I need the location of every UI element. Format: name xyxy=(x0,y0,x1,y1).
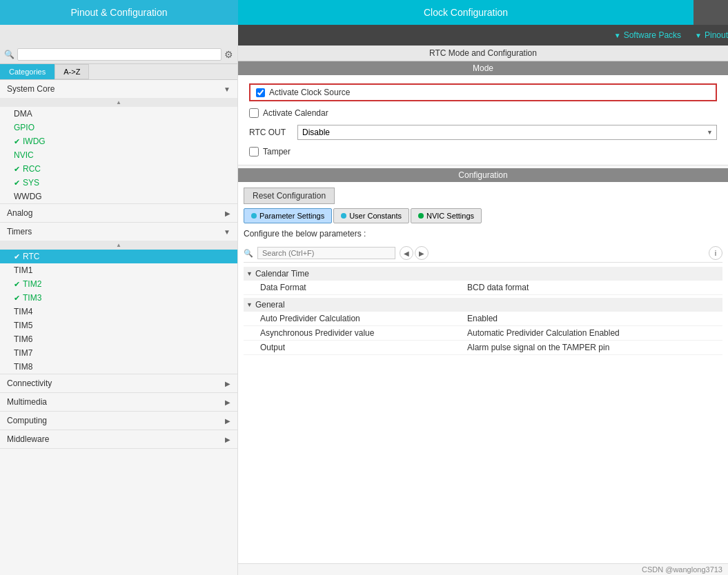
tab-dot xyxy=(418,213,424,219)
tab-az[interactable]: A->Z xyxy=(55,64,89,79)
activate-calendar-row: Activate Calendar xyxy=(249,108,717,118)
chevron-icon: ▶ xyxy=(225,417,230,425)
sidebar-section-middleware: Middleware▶ xyxy=(0,430,237,449)
config-area: Configuration Reset Configuration Parame… xyxy=(238,165,728,563)
rtc-out-row: RTC OUT DisableEnable xyxy=(249,125,717,140)
header-right xyxy=(693,0,728,25)
software-packs-label: Software Packs xyxy=(624,30,681,40)
config-tab-nvic-settings[interactable]: NVIC Settings xyxy=(411,208,482,223)
sidebar-section-header[interactable]: Computing▶ xyxy=(0,412,237,430)
tamper-checkbox[interactable] xyxy=(249,147,259,157)
mode-content: Activate Clock Source Activate Calendar … xyxy=(238,75,728,165)
chevron-icon: ▶ xyxy=(225,380,230,387)
tab-categories[interactable]: Categories xyxy=(0,64,55,79)
config-tab-user-constants[interactable]: User Constants xyxy=(333,208,409,223)
param-row: Asynchronous Predivider valueAutomatic P… xyxy=(244,326,722,341)
mode-section: Mode Activate Clock Source Activate Cale… xyxy=(238,61,728,165)
param-group-calendar-time: ▼Calendar TimeData FormatBCD data format xyxy=(244,267,722,295)
sidebar-item-tim4[interactable]: TIM4 xyxy=(0,305,237,319)
scroll-up-indicator-timers: ▲ xyxy=(0,241,237,250)
configure-text: Configure the below parameters : xyxy=(244,228,722,240)
sidebar-content: System Core▼▲DMAGPIO✔IWDGNVIC✔RCC✔SYSWWD… xyxy=(0,80,237,575)
right-content: RTC Mode and Configuration Mode Activate… xyxy=(238,46,728,575)
rtc-out-select-wrapper: DisableEnable xyxy=(297,125,717,140)
sidebar-item-rtc[interactable]: ✔RTC xyxy=(0,250,237,263)
param-group-header[interactable]: ▼Calendar Time xyxy=(244,267,722,281)
tab-dot xyxy=(341,213,346,219)
sidebar: 🔍 ⚙ Categories A->Z System Core▼▲DMAGPIO… xyxy=(0,46,238,575)
rtc-out-label: RTC OUT xyxy=(249,128,291,137)
sidebar-item-wwdg[interactable]: WWDG xyxy=(0,190,237,203)
software-packs-btn[interactable]: ▼ Software Packs xyxy=(614,30,681,40)
sidebar-item-tim8[interactable]: TIM8 xyxy=(0,360,237,374)
check-icon: ✔ xyxy=(14,179,20,188)
activate-calendar-label: Activate Calendar xyxy=(263,108,328,118)
sidebar-section-connectivity: Connectivity▶ xyxy=(0,374,237,393)
sidebar-section-header[interactable]: Analog▶ xyxy=(0,204,237,222)
sidebar-item-iwdg[interactable]: ✔IWDG xyxy=(0,134,237,148)
sidebar-tabs: Categories A->Z xyxy=(0,64,237,80)
search-icon: 🔍 xyxy=(4,50,14,59)
search-input[interactable] xyxy=(17,48,222,61)
sidebar-item-rcc[interactable]: ✔RCC xyxy=(0,162,237,176)
gear-icon[interactable]: ⚙ xyxy=(224,49,233,60)
chevron-icon: ▼ xyxy=(224,228,230,236)
chevron-icon: ▶ xyxy=(225,436,230,443)
rtc-mode-title: RTC Mode and Configuration xyxy=(238,46,728,61)
chevron-down-icon: ▼ xyxy=(614,32,621,39)
sidebar-item-tim2[interactable]: ✔TIM2 xyxy=(0,277,237,291)
sidebar-section-multimedia: Multimedia▶ xyxy=(0,393,237,412)
sidebar-section-header[interactable]: Middleware▶ xyxy=(0,430,237,448)
param-table: ▼Calendar TimeData FormatBCD data format… xyxy=(244,267,722,558)
sidebar-section-header[interactable]: Timers▼ xyxy=(0,223,237,241)
config-section-header: Configuration xyxy=(238,168,728,182)
sidebar-item-tim3[interactable]: ✔TIM3 xyxy=(0,291,237,305)
check-icon: ✔ xyxy=(14,137,20,146)
chevron-icon: ▶ xyxy=(225,399,230,406)
param-search-input[interactable] xyxy=(257,247,395,259)
sidebar-section-header[interactable]: Connectivity▶ xyxy=(0,374,237,392)
rtc-out-select[interactable]: DisableEnable xyxy=(297,125,717,140)
sidebar-item-tim1[interactable]: TIM1 xyxy=(0,263,237,277)
param-group-header[interactable]: ▼General xyxy=(244,298,722,312)
footer: CSDN @wanglong3713 xyxy=(238,563,728,575)
search-prev-button[interactable]: ◀ xyxy=(400,246,413,260)
sidebar-section-system-core: System Core▼▲DMAGPIO✔IWDGNVIC✔RCC✔SYSWWD… xyxy=(0,80,237,204)
sidebar-item-tim5[interactable]: TIM5 xyxy=(0,319,237,332)
reset-configuration-button[interactable]: Reset Configuration xyxy=(244,188,335,204)
check-icon: ✔ xyxy=(14,294,20,303)
sub-header-left xyxy=(0,25,238,46)
mode-header: Mode xyxy=(238,61,728,75)
param-info-button[interactable]: i xyxy=(709,246,722,260)
sidebar-section-header[interactable]: System Core▼ xyxy=(0,80,237,98)
sub-header-right: ▼ Software Packs ▼ Pinout xyxy=(238,25,728,46)
pinout-btn[interactable]: ▼ Pinout xyxy=(695,30,728,40)
sidebar-item-sys[interactable]: ✔SYS xyxy=(0,176,237,190)
config-tab-parameter-settings[interactable]: Parameter Settings xyxy=(244,208,332,223)
sidebar-item-gpio[interactable]: GPIO xyxy=(0,121,237,134)
param-row: Data FormatBCD data format xyxy=(244,281,722,295)
scroll-up-indicator: ▲ xyxy=(0,98,237,107)
sidebar-item-tim6[interactable]: TIM6 xyxy=(0,332,237,346)
sidebar-item-nvic[interactable]: NVIC xyxy=(0,148,237,162)
sidebar-section-computing: Computing▶ xyxy=(0,412,237,430)
header-clock: Clock Configuration xyxy=(238,0,693,25)
sidebar-item-tim7[interactable]: TIM7 xyxy=(0,346,237,360)
clock-label: Clock Configuration xyxy=(424,7,508,18)
sidebar-section-header[interactable]: Multimedia▶ xyxy=(0,393,237,411)
activate-calendar-checkbox[interactable] xyxy=(249,108,259,118)
check-icon: ✔ xyxy=(14,280,20,289)
config-tabs: Parameter SettingsUser ConstantsNVIC Set… xyxy=(244,208,722,223)
check-icon: ✔ xyxy=(14,165,20,174)
sidebar-item-dma[interactable]: DMA xyxy=(0,107,237,121)
activate-clock-source-label: Activate Clock Source xyxy=(269,88,350,97)
chevron-down-icon: ▼ xyxy=(695,32,702,39)
activate-clock-source-checkbox[interactable] xyxy=(256,88,265,97)
param-row: Auto Predivider CalculationEnabled xyxy=(244,312,722,326)
pinout-btn-label: Pinout xyxy=(705,30,728,40)
chevron-down-icon: ▼ xyxy=(246,301,253,308)
search-next-button[interactable]: ▶ xyxy=(415,246,429,260)
config-content: Reset Configuration Parameter SettingsUs… xyxy=(238,182,728,563)
param-group-general: ▼GeneralAuto Predivider CalculationEnabl… xyxy=(244,298,722,355)
chevron-icon: ▶ xyxy=(225,210,230,217)
